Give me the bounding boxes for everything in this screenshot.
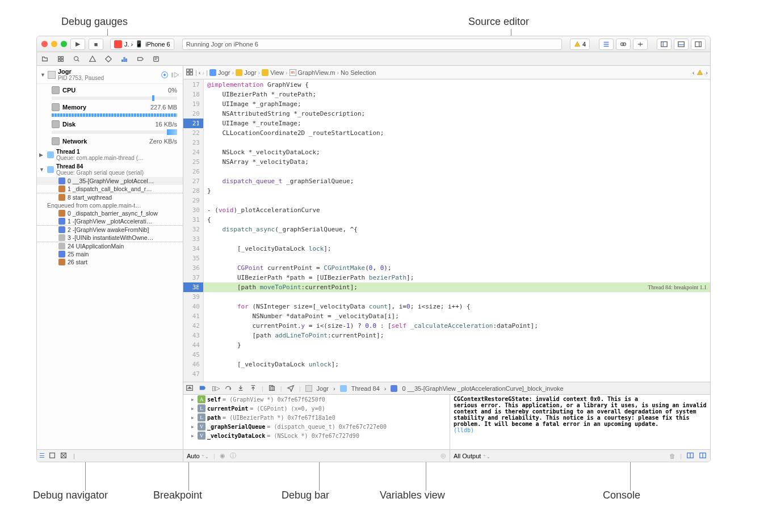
scheme-selector[interactable]: J. › 📱 iPhone 6 xyxy=(110,39,174,50)
location-icon[interactable]: ⦿ xyxy=(161,70,169,79)
prev-issue-button[interactable]: ‹ xyxy=(693,69,695,76)
console-output-selector[interactable]: All Output xyxy=(454,453,490,459)
debug-navigator: ▼ Jogr PID 2753, Paused ⦿ ⦀▷ CPU0%Memory… xyxy=(37,66,183,462)
navigator-selector xyxy=(37,52,710,66)
search-navigator-tab[interactable] xyxy=(71,54,82,64)
symbol-navigator-tab[interactable] xyxy=(55,54,66,64)
stack-frame-row[interactable]: 24 UIApplicationMain xyxy=(37,242,183,250)
annotation-debug-navigator: Debug navigator xyxy=(33,489,108,501)
gauge-row[interactable]: Memory227.6 MB xyxy=(37,101,183,113)
clear-console-button[interactable]: 🗑 xyxy=(669,453,676,459)
standard-editor-button[interactable] xyxy=(599,39,614,50)
frame-icon xyxy=(58,218,65,225)
debug-navigator-tab[interactable] xyxy=(119,54,130,64)
gauge-row[interactable]: Disk16 KB/s xyxy=(37,118,183,130)
simulate-location-button[interactable] xyxy=(287,384,295,393)
step-into-button[interactable] xyxy=(237,384,245,393)
stack-frame-row[interactable]: 26 start xyxy=(37,258,183,266)
svg-rect-6 xyxy=(61,56,64,58)
process-row[interactable]: ▼ Jogr PID 2753, Paused ⦿ ⦀▷ xyxy=(37,66,183,84)
stack-frame-row[interactable]: 2 -[GraphView awakeFromNib] xyxy=(37,226,183,234)
back-button[interactable]: ‹ xyxy=(199,69,201,76)
thread-icon xyxy=(47,151,54,158)
variable-row[interactable]: ▶V_graphSerialQueue = (dispatch_queue_t)… xyxy=(183,422,450,431)
svg-rect-5 xyxy=(58,56,61,58)
assistant-editor-button[interactable] xyxy=(616,39,631,50)
continue-icon[interactable]: ⦀▷ xyxy=(171,71,179,79)
step-over-button[interactable] xyxy=(224,384,232,393)
related-items-icon[interactable] xyxy=(186,68,194,77)
minimize-window-button[interactable] xyxy=(51,41,57,47)
stack-frame-row[interactable]: 3 -[UINib instantiateWithOwne… xyxy=(37,234,183,242)
report-navigator-tab[interactable] xyxy=(150,54,162,64)
project-icon xyxy=(209,69,216,76)
console-output[interactable]: CGContextRestoreGState: invalid context … xyxy=(450,395,710,449)
stop-button[interactable]: ■ xyxy=(89,39,103,50)
filter-process-icon[interactable]: ☰ xyxy=(39,452,45,459)
issue-navigator-tab[interactable] xyxy=(87,54,98,64)
folder-icon xyxy=(236,69,242,76)
debug-area-footer: Auto | ◉ ⓘ ◎ All Output 🗑 | xyxy=(183,449,710,462)
hide-debug-area-button[interactable] xyxy=(186,384,194,393)
annotation-source-editor: Source editor xyxy=(468,16,529,28)
gauge-row[interactable]: CPU0% xyxy=(37,84,183,96)
stack-frame-row[interactable]: 0 __35-[GraphView _plotAccel… xyxy=(37,177,183,185)
line-gutter[interactable]: 1718192021222324252627282930313233343536… xyxy=(183,79,204,382)
run-button[interactable]: ▶ xyxy=(70,39,85,50)
variables-view[interactable]: ▶Aself = (GraphView *) 0x7fe67f6250f0▶Lc… xyxy=(183,395,450,449)
filter-crashed-icon[interactable] xyxy=(60,451,68,461)
source-code[interactable]: @implementation GraphView { UIBezierPath… xyxy=(204,79,710,382)
variable-row[interactable]: ▶V_velocityDataLock = (NSLock *) 0x7fe67… xyxy=(183,431,450,440)
gauge-icon xyxy=(52,137,60,145)
stack-frame-row[interactable]: 1 -[GraphView _plotAccelerati… xyxy=(37,217,183,226)
filter-field[interactable] xyxy=(78,451,181,461)
forward-button[interactable]: › xyxy=(203,69,205,76)
toggle-navigator-button[interactable] xyxy=(657,39,672,50)
stack-frame-row[interactable]: Enqueued from com.apple.main-t… xyxy=(37,201,183,209)
issue-badge[interactable]: 4 xyxy=(570,39,590,50)
thread-icon xyxy=(340,385,347,392)
thread-icon xyxy=(47,166,54,173)
test-navigator-tab[interactable] xyxy=(103,54,114,64)
svg-point-1 xyxy=(623,43,626,45)
frame-icon xyxy=(58,210,65,217)
quicklook-button[interactable]: ◉ xyxy=(220,452,225,459)
stack-frame-row[interactable]: 0 _dispatch_barrier_async_f_slow xyxy=(37,209,183,217)
step-out-button[interactable] xyxy=(249,384,257,393)
zoom-window-button[interactable] xyxy=(61,41,67,47)
thread-header[interactable]: ▼Thread 84Queue: Graph serial queue (ser… xyxy=(37,162,183,177)
project-navigator-tab[interactable] xyxy=(39,54,51,64)
next-issue-button[interactable]: › xyxy=(706,69,708,76)
thread-header[interactable]: ▶Thread 1Queue: com.apple.main-thread (… xyxy=(37,147,183,162)
frame-icon xyxy=(58,251,65,257)
variables-filter[interactable] xyxy=(241,451,436,461)
stack-frame-row[interactable]: 8 start_wqthread xyxy=(37,193,183,201)
console-filter[interactable] xyxy=(495,451,665,461)
close-window-button[interactable] xyxy=(41,41,48,47)
variables-scope-selector[interactable]: Auto xyxy=(187,453,209,459)
gauge-icon xyxy=(52,120,60,128)
show-variables-button[interactable] xyxy=(686,451,694,461)
toggle-utilities-button[interactable] xyxy=(691,39,706,50)
variable-row[interactable]: ▶Lpath = (UIBezierPath *) 0x7fe67f18a1e0 xyxy=(183,413,450,422)
jump-bar[interactable]: | ‹ › | Jogr› Jogr› View› m GraphView.m›… xyxy=(183,66,710,79)
version-editor-button[interactable] xyxy=(633,39,648,50)
toggle-breakpoints-button[interactable] xyxy=(198,384,207,393)
stack-frame-row[interactable]: 1 _dispatch_call_block_and_r… xyxy=(37,185,183,193)
gauge-row[interactable]: NetworkZero KB/s xyxy=(37,135,183,147)
variable-row[interactable]: ▶Aself = (GraphView *) 0x7fe67f6250f0 xyxy=(183,395,450,404)
svg-rect-16 xyxy=(190,72,192,74)
svg-rect-13 xyxy=(187,69,189,71)
filter-icon[interactable]: ◎ xyxy=(440,452,446,459)
debug-view-hierarchy-button[interactable] xyxy=(268,384,276,393)
filter-thread-icon[interactable] xyxy=(48,451,56,461)
show-console-button[interactable] xyxy=(699,451,707,461)
svg-rect-8 xyxy=(61,59,64,61)
stack-frame-row[interactable]: 25 main xyxy=(37,250,183,258)
app-icon xyxy=(114,40,122,48)
continue-button[interactable]: ▯▷ xyxy=(212,385,220,392)
toggle-debug-area-button[interactable] xyxy=(674,39,689,50)
variable-row[interactable]: ▶LcurrentPoint = (CGPoint) (x=0, y=0) xyxy=(183,404,450,413)
breakpoint-navigator-tab[interactable] xyxy=(135,54,146,64)
print-description-button[interactable]: ⓘ xyxy=(230,451,236,460)
